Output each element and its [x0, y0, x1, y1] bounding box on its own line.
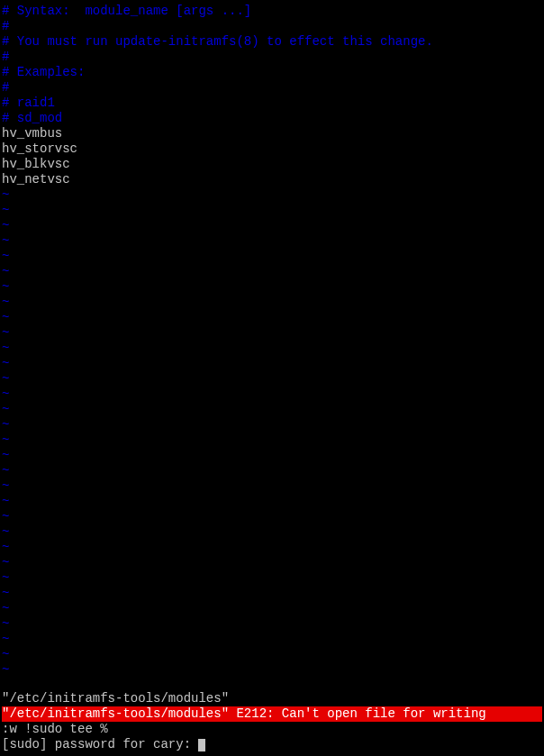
comment-line: #	[2, 50, 542, 65]
status-area: "/etc/initramfs-tools/modules" "/etc/ini…	[2, 691, 542, 752]
empty-line-tilde: ~	[2, 662, 542, 678]
empty-line-tilde: ~	[2, 325, 542, 341]
empty-line-tilde: ~	[2, 540, 542, 555]
cursor	[198, 739, 205, 751]
empty-line-tilde: ~	[2, 555, 542, 570]
empty-lines-area: ~~~~~~~~~~~~~~~~~~~~~~~~~~~~~~~~	[2, 187, 542, 678]
empty-line-tilde: ~	[2, 279, 542, 295]
empty-line-tilde: ~	[2, 478, 542, 494]
empty-line-tilde: ~	[2, 647, 542, 662]
password-prompt-text: [sudo] password for cary:	[2, 737, 198, 751]
empty-line-tilde: ~	[2, 264, 542, 279]
empty-line-tilde: ~	[2, 570, 542, 586]
empty-line-tilde: ~	[2, 494, 542, 509]
comment-line: # sd_mod	[2, 111, 542, 126]
empty-line-tilde: ~	[2, 601, 542, 616]
status-filename: "/etc/initramfs-tools/modules"	[2, 691, 542, 706]
comment-line: # Examples:	[2, 65, 542, 80]
module-line: hv_storvsc	[2, 141, 542, 157]
empty-line-tilde: ~	[2, 187, 542, 203]
empty-line-tilde: ~	[2, 356, 542, 371]
module-line: hv_netvsc	[2, 172, 542, 187]
empty-line-tilde: ~	[2, 448, 542, 463]
password-prompt-line[interactable]: [sudo] password for cary:	[2, 737, 542, 752]
empty-line-tilde: ~	[2, 310, 542, 325]
empty-line-tilde: ~	[2, 203, 542, 218]
terminal-editor[interactable]: # Syntax: module_name [args ...] # # You…	[0, 0, 544, 756]
vim-command: :w !sudo tee %	[2, 722, 542, 737]
empty-line-tilde: ~	[2, 616, 542, 632]
comment-line: #	[2, 19, 542, 34]
module-line: hv_blkvsc	[2, 157, 542, 172]
comment-line: # raid1	[2, 96, 542, 111]
empty-line-tilde: ~	[2, 524, 542, 540]
empty-line-tilde: ~	[2, 402, 542, 417]
empty-line-tilde: ~	[2, 417, 542, 433]
empty-line-tilde: ~	[2, 295, 542, 310]
empty-line-tilde: ~	[2, 341, 542, 356]
comment-line: # Syntax: module_name [args ...]	[2, 4, 542, 19]
empty-line-tilde: ~	[2, 218, 542, 233]
file-content-area[interactable]: # Syntax: module_name [args ...] # # You…	[2, 4, 542, 678]
empty-line-tilde: ~	[2, 463, 542, 478]
comment-line: # You must run update-initramfs(8) to ef…	[2, 34, 542, 50]
empty-line-tilde: ~	[2, 632, 542, 647]
empty-line-tilde: ~	[2, 509, 542, 524]
error-message: "/etc/initramfs-tools/modules" E212: Can…	[2, 706, 542, 722]
empty-line-tilde: ~	[2, 233, 542, 249]
module-line: hv_vmbus	[2, 126, 542, 141]
empty-line-tilde: ~	[2, 249, 542, 264]
empty-line-tilde: ~	[2, 387, 542, 402]
empty-line-tilde: ~	[2, 433, 542, 448]
comment-line: #	[2, 80, 542, 96]
empty-line-tilde: ~	[2, 371, 542, 387]
empty-line-tilde: ~	[2, 586, 542, 601]
